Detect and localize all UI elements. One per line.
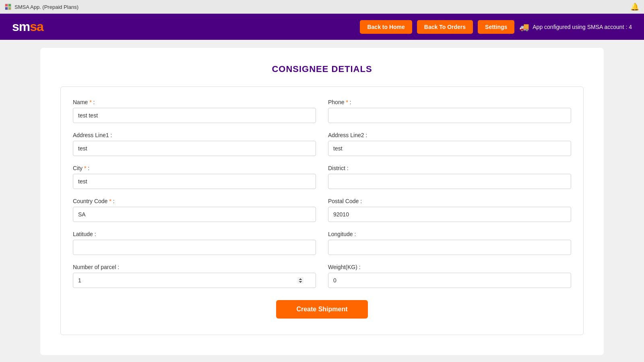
city-group: City * : bbox=[73, 165, 316, 189]
city-required-star: * bbox=[84, 165, 86, 171]
longitude-label: Longitude : bbox=[328, 231, 571, 237]
logo: smsa bbox=[12, 19, 43, 34]
parcel-group: Number of parcel : bbox=[73, 264, 316, 288]
city-input[interactable] bbox=[73, 174, 316, 189]
parcel-label: Number of parcel : bbox=[73, 264, 316, 270]
postal-label: Postal Code : bbox=[328, 198, 571, 204]
svg-rect-0 bbox=[5, 4, 8, 6]
address2-input[interactable] bbox=[328, 141, 571, 156]
form-card: CONSIGNEE DETIALS Name * : Phone * bbox=[40, 48, 604, 355]
parcel-input-wrapper bbox=[73, 273, 316, 288]
district-input[interactable] bbox=[328, 174, 571, 189]
phone-required-star: * bbox=[346, 99, 348, 105]
svg-rect-3 bbox=[8, 7, 11, 10]
form-container: Name * : Phone * : bbox=[60, 86, 584, 335]
lat-lon-row: Latitude : Longitude : bbox=[73, 231, 571, 255]
title-bar: SMSA App. (Prepaid Plans) 🔔 bbox=[0, 0, 644, 14]
name-required-star: * bbox=[89, 99, 91, 105]
logo-sa-text: sa bbox=[30, 19, 43, 34]
latitude-input[interactable] bbox=[73, 240, 316, 255]
parcel-weight-row: Number of parcel : Weight(KG) : bbox=[73, 264, 571, 288]
parcel-input[interactable] bbox=[73, 273, 316, 288]
address1-input[interactable] bbox=[73, 141, 316, 156]
district-label: District : bbox=[328, 165, 571, 171]
postal-input[interactable] bbox=[328, 207, 571, 222]
logo-sm-text: sm bbox=[12, 19, 30, 34]
truck-icon: 🚚 bbox=[519, 22, 529, 32]
phone-input[interactable] bbox=[328, 108, 571, 123]
app-title: SMSA App. (Prepaid Plans) bbox=[14, 4, 78, 10]
header-right: Back to Home Back To Orders Settings 🚚 A… bbox=[360, 20, 632, 34]
svg-rect-2 bbox=[5, 7, 8, 10]
phone-group: Phone * : bbox=[328, 99, 571, 123]
city-label: City * : bbox=[73, 165, 316, 171]
back-to-orders-button[interactable]: Back To Orders bbox=[417, 20, 473, 34]
address1-label: Address Line1 : bbox=[73, 132, 316, 138]
address2-group: Address Line2 : bbox=[328, 132, 571, 156]
bell-icon[interactable]: 🔔 bbox=[630, 2, 639, 11]
back-to-home-button[interactable]: Back to Home bbox=[360, 20, 412, 34]
app-favicon-icon bbox=[5, 4, 11, 10]
country-postal-row: Country Code * : Postal Code : bbox=[73, 198, 571, 222]
weight-group: Weight(KG) : bbox=[328, 264, 571, 288]
header: smsa Back to Home Back To Orders Setting… bbox=[0, 14, 644, 40]
address-row: Address Line1 : Address Line2 : bbox=[73, 132, 571, 156]
longitude-group: Longitude : bbox=[328, 231, 571, 255]
title-bar-left: SMSA App. (Prepaid Plans) bbox=[5, 4, 78, 10]
settings-button[interactable]: Settings bbox=[478, 20, 514, 34]
district-group: District : bbox=[328, 165, 571, 189]
name-label: Name * : bbox=[73, 99, 316, 105]
country-required-star: * bbox=[109, 198, 111, 204]
latitude-group: Latitude : bbox=[73, 231, 316, 255]
create-btn-row: Create Shipment bbox=[73, 300, 571, 319]
postal-group: Postal Code : bbox=[328, 198, 571, 222]
country-group: Country Code * : bbox=[73, 198, 316, 222]
svg-rect-1 bbox=[8, 4, 11, 6]
latitude-label: Latitude : bbox=[73, 231, 316, 237]
create-shipment-button[interactable]: Create Shipment bbox=[276, 300, 367, 319]
main-content: CONSIGNEE DETIALS Name * : Phone * bbox=[0, 40, 644, 362]
phone-label: Phone * : bbox=[328, 99, 571, 105]
weight-input[interactable] bbox=[328, 273, 571, 288]
city-district-row: City * : District : bbox=[73, 165, 571, 189]
country-label: Country Code * : bbox=[73, 198, 316, 204]
name-input[interactable] bbox=[73, 108, 316, 123]
address2-label: Address Line2 : bbox=[328, 132, 571, 138]
account-info-text: App configured using SMSA account : 4 bbox=[533, 24, 632, 30]
account-info: 🚚 App configured using SMSA account : 4 bbox=[519, 22, 632, 32]
name-group: Name * : bbox=[73, 99, 316, 123]
name-phone-row: Name * : Phone * : bbox=[73, 99, 571, 123]
page-title: CONSIGNEE DETIALS bbox=[60, 64, 584, 74]
longitude-input[interactable] bbox=[328, 240, 571, 255]
address1-group: Address Line1 : bbox=[73, 132, 316, 156]
country-input[interactable] bbox=[73, 207, 316, 222]
weight-label: Weight(KG) : bbox=[328, 264, 571, 270]
